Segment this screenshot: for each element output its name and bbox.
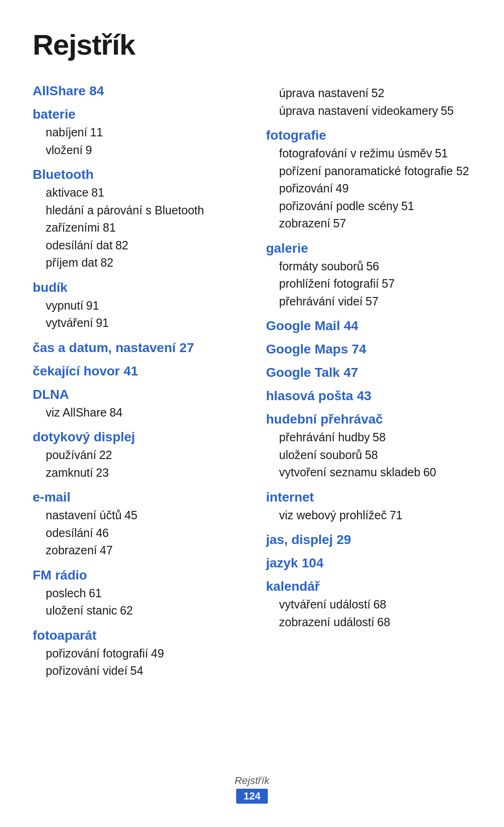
sub-entries: pořizování fotografií49pořizování videí5… bbox=[46, 645, 238, 680]
sub-entry-text: nabíjení bbox=[46, 124, 87, 141]
sub-entry: poslech61 bbox=[46, 585, 238, 602]
sub-entry-text: vytváření událostí bbox=[279, 596, 371, 614]
sub-entry-text: vytváření bbox=[46, 314, 93, 332]
sub-entry-text: vypnutí bbox=[46, 297, 84, 315]
index-entry: DLNAviz AllShare84 bbox=[33, 387, 238, 422]
entry-header: dotykový displej bbox=[33, 430, 238, 445]
entry-header: Google Talk47 bbox=[266, 365, 471, 380]
entry-header: čekající hovor41 bbox=[33, 364, 238, 379]
index-entry: AllShare84 bbox=[33, 84, 238, 99]
sub-entry: hledání a párování s Bluetooth zařízením… bbox=[46, 202, 238, 237]
sub-entry-page: 68 bbox=[373, 596, 386, 614]
entry-header: DLNA bbox=[33, 387, 238, 402]
index-entry: úprava nastavení52úprava nastavení video… bbox=[266, 85, 471, 120]
index-entry: jas, displej29 bbox=[266, 532, 471, 547]
sub-entry-text: přehrávání videí bbox=[279, 293, 363, 311]
entry-page-num: 74 bbox=[352, 342, 366, 357]
sub-entry: přehrávání videí57 bbox=[279, 293, 471, 311]
entry-header: Bluetooth bbox=[33, 167, 238, 182]
sub-entry: viz AllShare84 bbox=[46, 404, 238, 422]
sub-entries: vypnutí91vytváření91 bbox=[46, 297, 238, 332]
footer-page: 124 bbox=[236, 789, 268, 804]
sub-entries: aktivace81hledání a párování s Bluetooth… bbox=[46, 184, 238, 272]
sub-entry-text: zobrazení bbox=[46, 542, 97, 559]
sub-entry-page: 81 bbox=[91, 184, 105, 202]
sub-entry-text: nastavení účtů bbox=[46, 507, 122, 524]
sub-entry-page: 11 bbox=[90, 124, 103, 141]
entry-header: kalendář bbox=[266, 579, 471, 594]
index-entry: Bluetoothaktivace81hledání a párování s … bbox=[33, 167, 238, 272]
sub-entry-text: uložení stanic bbox=[46, 602, 117, 620]
sub-entry-page: 54 bbox=[130, 662, 143, 680]
sub-entry: příjem dat82 bbox=[46, 254, 238, 272]
index-entry: baterienabíjení11vložení9 bbox=[33, 107, 238, 159]
sub-entry-page: 52 bbox=[371, 85, 385, 102]
entry-header: hlasová pošta43 bbox=[266, 389, 471, 403]
sub-entry-page: 49 bbox=[336, 180, 349, 198]
index-entry: Google Maps74 bbox=[266, 342, 471, 357]
entry-page-num: 41 bbox=[124, 364, 138, 379]
sub-entry-page: 68 bbox=[377, 614, 390, 631]
entry-header: jazyk104 bbox=[266, 556, 471, 571]
sub-entry-text: úprava nastavení videokamery bbox=[279, 102, 438, 120]
sub-entry: zobrazení57 bbox=[279, 215, 471, 233]
sub-entry-page: 51 bbox=[435, 145, 448, 163]
sub-entry-page: 57 bbox=[382, 275, 395, 293]
sub-entry-text: odesílání dat bbox=[46, 237, 112, 254]
sub-entry: uložení souborů58 bbox=[279, 446, 471, 464]
index-entry: dotykový displejpoužívání22zamknutí23 bbox=[33, 430, 238, 481]
sub-entries: používání22zamknutí23 bbox=[46, 446, 238, 481]
sub-entry-page: 82 bbox=[100, 254, 113, 272]
sub-entry: formáty souborů56 bbox=[279, 258, 471, 276]
sub-entry: vložení9 bbox=[46, 141, 238, 159]
sub-entry: používání22 bbox=[46, 446, 238, 464]
index-entry: hlasová pošta43 bbox=[266, 389, 471, 403]
sub-entry-page: 56 bbox=[366, 258, 379, 276]
sub-entry: vytváření91 bbox=[46, 314, 238, 332]
entry-page-num: 29 bbox=[336, 532, 351, 547]
entry-page-num: 44 bbox=[344, 318, 358, 333]
sub-entry: nastavení účtů45 bbox=[46, 507, 238, 524]
sub-entry-text: viz webový prohlížeč bbox=[279, 507, 387, 524]
sub-entry-text: zobrazení bbox=[279, 215, 330, 233]
sub-entry-text: příjem dat bbox=[46, 254, 98, 272]
sub-entry: pořizování fotografií49 bbox=[46, 645, 238, 663]
entry-header: FM rádio bbox=[33, 568, 238, 583]
index-entry: jazyk104 bbox=[266, 556, 471, 571]
sub-entry-page: 22 bbox=[99, 446, 112, 464]
entry-page-num: 104 bbox=[302, 556, 324, 571]
sub-entry: vytváření událostí68 bbox=[279, 596, 471, 614]
index-entry: čekající hovor41 bbox=[33, 364, 238, 379]
sub-entries: přehrávání hudby58uložení souborů58vytvo… bbox=[279, 429, 471, 481]
sub-entry: pořizování videí54 bbox=[46, 662, 238, 680]
sub-entries: poslech61uložení stanic62 bbox=[46, 585, 238, 620]
sub-entry-text: přehrávání hudby bbox=[279, 429, 370, 446]
index-entry: FM rádioposlech61uložení stanic62 bbox=[33, 568, 238, 620]
entry-header: Google Mail44 bbox=[266, 318, 471, 333]
sub-entry-page: 82 bbox=[115, 237, 128, 254]
sub-entry-text: vytvoření seznamu skladeb bbox=[279, 464, 420, 481]
entry-page-num: 27 bbox=[180, 340, 194, 355]
footer: Rejstřík 124 bbox=[0, 775, 504, 804]
sub-entry-text: používání bbox=[46, 446, 96, 464]
index-entry: Google Mail44 bbox=[266, 318, 471, 333]
sub-entry: odesílání46 bbox=[46, 524, 238, 542]
sub-entry-text: prohlížení fotografií bbox=[279, 275, 379, 293]
sub-entry: úprava nastavení videokamery55 bbox=[279, 102, 471, 120]
index-entry: internetviz webový prohlížeč71 bbox=[266, 490, 471, 524]
sub-entry: uložení stanic62 bbox=[46, 602, 238, 620]
sub-entry-text: úprava nastavení bbox=[279, 85, 369, 102]
index-entry: kalendářvytváření událostí68zobrazení ud… bbox=[266, 579, 471, 631]
entry-header: galerie bbox=[266, 241, 471, 256]
sub-entries: úprava nastavení52úprava nastavení video… bbox=[279, 85, 471, 120]
entry-page-num: 47 bbox=[343, 365, 358, 380]
sub-entries: viz webový prohlížeč71 bbox=[279, 507, 471, 524]
sub-entry-text: fotografování v režimu úsměv bbox=[279, 145, 432, 163]
sub-entry-page: 57 bbox=[333, 215, 346, 233]
sub-entry: prohlížení fotografií57 bbox=[279, 275, 471, 293]
entry-header: fotografie bbox=[266, 128, 471, 143]
sub-entries: fotografování v režimu úsměv51pořízení p… bbox=[279, 145, 471, 233]
sub-entry: vytvoření seznamu skladeb60 bbox=[279, 464, 471, 481]
sub-entry-page: 71 bbox=[390, 507, 403, 524]
sub-entry-page: 58 bbox=[373, 429, 386, 446]
